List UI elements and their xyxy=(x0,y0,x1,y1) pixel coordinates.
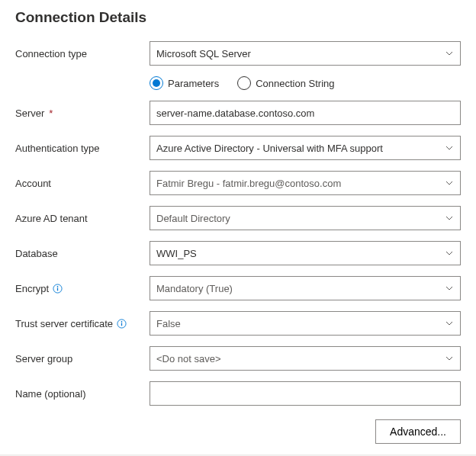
trust-cert-select[interactable]: False xyxy=(150,311,461,336)
chevron-down-icon xyxy=(445,214,454,223)
connection-string-radio[interactable]: Connection String xyxy=(237,76,334,90)
tenant-select[interactable]: Default Directory xyxy=(150,206,461,230)
encrypt-label: Encrypt xyxy=(15,283,49,294)
chevron-down-icon xyxy=(445,49,454,58)
trust-cert-value: False xyxy=(156,318,181,329)
database-value: WWI_PS xyxy=(156,248,197,259)
server-group-select[interactable]: <Do not save> xyxy=(150,346,461,371)
svg-point-1 xyxy=(56,286,58,287)
database-select[interactable]: WWI_PS xyxy=(150,241,461,265)
radio-selected-icon xyxy=(150,76,163,90)
server-group-label: Server group xyxy=(15,353,150,364)
connection-type-label: Connection type xyxy=(15,48,150,59)
auth-type-label: Authentication type xyxy=(15,143,150,154)
auth-type-select[interactable]: Azure Active Directory - Universal with … xyxy=(150,136,461,160)
encrypt-select[interactable]: Mandatory (True) xyxy=(150,276,461,300)
name-optional-label: Name (optional) xyxy=(15,388,150,400)
encrypt-value: Mandatory (True) xyxy=(156,283,233,294)
server-label: Server xyxy=(15,108,44,119)
connection-type-select[interactable]: Microsoft SQL Server xyxy=(150,41,461,66)
auth-type-value: Azure Active Directory - Universal with … xyxy=(156,143,383,154)
required-asterisk: * xyxy=(49,108,53,119)
dialog-title: Connection Details xyxy=(15,9,461,26)
input-mode-radio-group: Parameters Connection String xyxy=(150,76,461,90)
radio-unselected-icon xyxy=(237,76,251,90)
tenant-label: Azure AD tenant xyxy=(15,213,150,224)
svg-rect-5 xyxy=(121,323,121,326)
connection-string-radio-label: Connection String xyxy=(256,78,334,89)
chevron-down-icon xyxy=(445,249,454,258)
chevron-down-icon xyxy=(445,178,454,188)
chevron-down-icon xyxy=(445,354,454,363)
account-label: Account xyxy=(15,178,150,189)
database-label: Database xyxy=(15,248,150,259)
server-group-value: <Do not save> xyxy=(156,353,221,364)
advanced-button[interactable]: Advanced... xyxy=(375,419,461,444)
svg-rect-2 xyxy=(56,287,57,291)
connection-type-value: Microsoft SQL Server xyxy=(156,48,251,59)
trust-cert-label: Trust server certificate xyxy=(15,318,113,329)
tenant-value: Default Directory xyxy=(156,213,230,224)
chevron-down-icon xyxy=(445,319,454,328)
parameters-radio-label: Parameters xyxy=(168,78,219,89)
svg-point-4 xyxy=(121,321,122,323)
server-input[interactable] xyxy=(150,101,461,125)
name-optional-input[interactable] xyxy=(150,381,461,406)
account-select[interactable]: Fatmir Bregu - fatmir.bregu@contoso.com xyxy=(150,171,461,195)
parameters-radio[interactable]: Parameters xyxy=(150,76,219,90)
chevron-down-icon xyxy=(445,284,454,293)
chevron-down-icon xyxy=(445,143,454,153)
account-value: Fatmir Bregu - fatmir.bregu@contoso.com xyxy=(156,178,341,189)
info-icon[interactable] xyxy=(52,283,63,294)
info-icon[interactable] xyxy=(116,318,127,329)
